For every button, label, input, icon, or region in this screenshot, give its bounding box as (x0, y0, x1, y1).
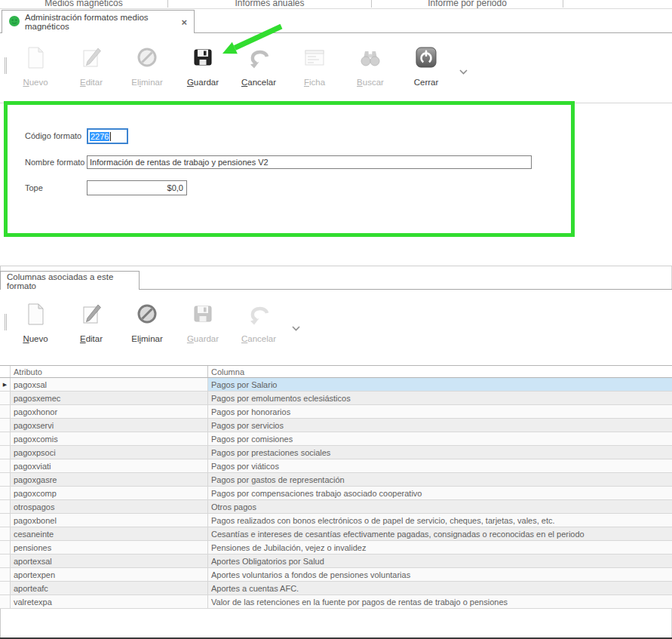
cell-atributo[interactable]: aportexpen (11, 568, 208, 582)
cell-columna[interactable]: Aportes voluntarios a fondos de pensione… (208, 568, 672, 582)
toolbar-grip[interactable] (5, 314, 7, 330)
eliminar-button-2[interactable]: Eliminar (120, 301, 174, 343)
cell-columna[interactable]: Pagos por emolumentos eclesiásticos (208, 392, 672, 405)
table-row[interactable]: ▶ pagoxsal Pagos por Salario (0, 378, 672, 392)
row-selector (0, 541, 11, 555)
table-row[interactable]: pagoxcomis Pagos por comisiones (0, 432, 672, 446)
forbidden-icon (134, 45, 160, 70)
nuevo-button-2[interactable]: Nuevo (8, 301, 63, 343)
nuevo-button: Nuevo (8, 45, 63, 87)
row-selector (0, 419, 11, 432)
cell-atributo[interactable]: pagoxcomp (11, 487, 208, 500)
menu-item-informes-anuales[interactable]: Informes anuales (168, 0, 371, 8)
cell-atributo[interactable]: pagoxbonel (11, 514, 208, 527)
menu-item-informe-por-periodo[interactable]: Informe por periodo (372, 0, 563, 8)
codigo-formato-label: Código formato (25, 131, 81, 140)
table-row[interactable]: aportexpen Aportes voluntarios a fondos … (0, 568, 672, 582)
grid-header: Atributo Columna (0, 365, 672, 378)
table-row[interactable]: pagoxviati Pagos por viáticos (0, 459, 672, 473)
menu-item-medios-magneticos[interactable]: Medios magnéticos (0, 0, 167, 8)
row-selector (0, 555, 11, 568)
table-row[interactable]: pagosxemec Pagos por emolumentos eclesiá… (0, 392, 672, 405)
columns-grid: Atributo Columna ▶ pagoxsal Pagos por Sa… (0, 365, 672, 609)
cell-columna[interactable]: Cesantías e intereses de cesantías efect… (208, 527, 672, 541)
cell-atributo[interactable]: pagoxsal (11, 378, 208, 392)
cell-atributo[interactable]: pagoxcomis (11, 432, 208, 446)
cell-columna[interactable]: Pagos por comisiones (208, 432, 672, 446)
chevron-down-icon[interactable] (459, 64, 468, 78)
nombre-formato-label: Nombre formato (25, 158, 84, 167)
table-row[interactable]: otrospagos Otros pagos (0, 500, 672, 514)
row-selector (0, 500, 11, 514)
primary-toolbar: Nuevo Editar Eliminar (0, 33, 672, 103)
buscar-button: Buscar (343, 45, 397, 87)
table-row[interactable]: pagoxcomp Pagos por compensaciones traba… (0, 487, 672, 500)
tab-administracion-formatos[interactable]: Administración formatos medios magnético… (2, 10, 195, 33)
row-selector (0, 582, 11, 595)
cell-columna[interactable]: Pagos por compensaciones trabajo asociad… (208, 487, 672, 500)
table-row[interactable]: pagoxpsoci Pagos por prestaciones social… (0, 446, 672, 459)
toolbar-button-label: Cancelar (241, 334, 276, 343)
cell-columna[interactable]: Pagos por gastos de representación (208, 473, 672, 487)
document-tabstrip: Administración formatos medios magnético… (0, 9, 672, 33)
table-row[interactable]: aporteafc Aportes a cuentas AFC. (0, 582, 672, 595)
new-document-icon (23, 301, 48, 327)
undo-arrow-icon (246, 45, 272, 70)
chevron-down-icon[interactable] (292, 321, 300, 334)
cell-columna[interactable]: Pagos por servicios (208, 419, 672, 432)
tope-label: Tope (25, 183, 43, 192)
toolbar-button-label: Editar (80, 334, 103, 343)
table-row[interactable]: pagoxgasre Pagos por gastos de represent… (0, 473, 672, 487)
table-row[interactable]: pagoxhonor Pagos por honorarios (0, 405, 672, 419)
tope-input[interactable]: $0,0 (87, 180, 187, 195)
edit-pencil-icon (78, 301, 104, 327)
toolbar-button-label: Eliminar (131, 78, 163, 87)
codigo-formato-input[interactable]: 2276 (87, 128, 128, 144)
guardar-button[interactable]: Guardar (176, 45, 230, 87)
cerrar-button[interactable]: Cerrar (399, 45, 453, 87)
close-tab-icon[interactable]: × (181, 17, 187, 27)
cell-columna[interactable]: Pagos por honorarios (208, 405, 672, 419)
cell-atributo[interactable]: aportexsal (11, 555, 208, 568)
cell-columna[interactable]: Pagos realizados con bonos electrónicos … (208, 514, 672, 527)
cell-columna[interactable]: Valor de las retenciones en la fuente po… (208, 595, 672, 609)
column-header-atributo[interactable]: Atributo (11, 366, 208, 377)
table-row[interactable]: pagoxbonel Pagos realizados con bonos el… (0, 514, 672, 527)
cell-columna[interactable]: Otros pagos (208, 500, 672, 514)
cell-columna[interactable]: Pagos por Salario (208, 378, 672, 392)
cell-columna[interactable]: Aportes Obligatorios por Salud (208, 555, 672, 568)
toolbar-button-label: Eliminar (131, 334, 163, 343)
table-row[interactable]: pensiones Pensiones de Jubilación, vejez… (0, 541, 672, 555)
cell-atributo[interactable]: pensiones (11, 541, 208, 555)
app-window: Medios magnéticos Informes anuales Infor… (0, 0, 672, 639)
table-row[interactable]: cesaneinte Cesantías e intereses de cesa… (0, 527, 672, 541)
tab-columnas-asociadas[interactable]: Columnas asociadas a este formato (0, 271, 140, 290)
cell-atributo[interactable]: pagoxviati (11, 459, 208, 473)
toolbar-grip[interactable] (5, 57, 7, 74)
cancelar-button-2: Cancelar (232, 301, 286, 343)
undo-arrow-icon (246, 301, 272, 327)
cell-atributo[interactable]: aporteafc (11, 582, 208, 595)
nombre-formato-input[interactable]: Información de rentas de trabajo y pensi… (87, 155, 532, 169)
row-selector (0, 527, 11, 541)
cell-atributo[interactable]: pagoxhonor (11, 405, 208, 419)
editar-button-2[interactable]: Editar (64, 301, 118, 343)
cell-columna[interactable]: Pagos por prestaciones sociales (208, 446, 672, 459)
cell-atributo[interactable]: pagoxpsoci (11, 446, 208, 459)
format-form: Código formato 2276 Nombre formato Infor… (0, 103, 672, 266)
cell-atributo[interactable]: valretexpa (11, 595, 208, 609)
table-row[interactable]: pagoxservi Pagos por servicios (0, 419, 672, 432)
cell-atributo[interactable]: otrospagos (11, 500, 208, 514)
row-selector (0, 514, 11, 527)
cell-columna[interactable]: Aportes a cuentas AFC. (208, 582, 672, 595)
column-header-columna[interactable]: Columna (208, 366, 672, 377)
cell-columna[interactable]: Pagos por viáticos (208, 459, 672, 473)
cell-atributo[interactable]: pagosxemec (11, 392, 208, 405)
cell-columna[interactable]: Pensiones de Jubilación, vejez o invalid… (208, 541, 672, 555)
cell-atributo[interactable]: pagoxgasre (11, 473, 208, 487)
table-row[interactable]: valretexpa Valor de las retenciones en l… (0, 595, 672, 609)
cell-atributo[interactable]: cesaneinte (11, 527, 208, 541)
cancelar-button[interactable]: Cancelar (232, 45, 286, 87)
table-row[interactable]: aportexsal Aportes Obligatorios por Salu… (0, 555, 672, 568)
cell-atributo[interactable]: pagoxservi (11, 419, 208, 432)
